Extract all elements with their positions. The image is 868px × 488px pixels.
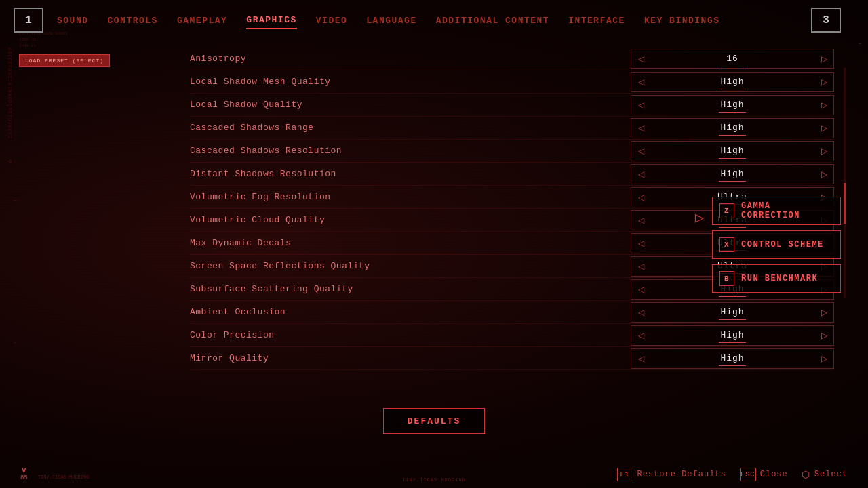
- top-right-corner-text: —: [859, 41, 861, 46]
- select-ctrl[interactable]: ⬡ Select: [802, 469, 848, 481]
- setting-value-2: High: [650, 100, 814, 110]
- setting-label-2: Local Shadow Quality: [190, 100, 631, 110]
- setting-label-8: Max Dynamic Decals: [190, 238, 631, 248]
- setting-row: Ambient Occlusion ◁ High ▷: [190, 301, 834, 324]
- setting-prev-13[interactable]: ◁: [631, 348, 650, 369]
- setting-label-11: Ambient Occlusion: [190, 307, 631, 317]
- left-marker-2: —: [14, 339, 17, 345]
- select-icon: ⬡: [802, 469, 810, 481]
- tab-controls[interactable]: CONTROLS: [108, 13, 158, 28]
- setting-row: Distant Shadows Resolution ◁ High ▷: [190, 163, 834, 186]
- setting-value-4: High: [650, 146, 814, 156]
- scrollbar-thumb[interactable]: [844, 183, 846, 224]
- setting-prev-10[interactable]: ◁: [631, 279, 650, 300]
- setting-row: Mirror Quality ◁ High ▷: [190, 347, 834, 370]
- setting-label-5: Distant Shadows Resolution: [190, 169, 631, 179]
- setting-row: Cascaded Shadows Resolution ◁ High ▷: [190, 140, 834, 163]
- setting-prev-7[interactable]: ◁: [631, 210, 650, 230]
- setting-value-13: High: [650, 353, 814, 363]
- setting-next-0[interactable]: ▷: [814, 49, 833, 69]
- setting-value-11: High: [650, 307, 814, 317]
- setting-prev-5[interactable]: ◁: [631, 164, 650, 184]
- setting-next-4[interactable]: ▷: [814, 141, 833, 161]
- setting-label-1: Local Shadow Mesh Quality: [190, 77, 631, 87]
- key-badge-2: B: [719, 271, 734, 286]
- restore-defaults-label: Restore Defaults: [637, 470, 726, 479]
- setting-prev-2[interactable]: ◁: [631, 95, 650, 115]
- setting-row: Local Shadow Quality ◁ High ▷: [190, 94, 834, 117]
- setting-row: Anisotropy ◁ 16 ▷: [190, 47, 834, 70]
- setting-label-12: Color Precision: [190, 330, 631, 340]
- version-text: TINY.TICAS.MODDING: [38, 474, 90, 481]
- setting-control-0: ◁ 16 ▷: [631, 49, 834, 69]
- setting-prev-12[interactable]: ◁: [631, 325, 650, 346]
- setting-prev-0[interactable]: ◁: [631, 49, 650, 69]
- setting-row: Color Precision ◁ High ▷: [190, 324, 834, 347]
- setting-value-1: High: [650, 77, 814, 87]
- setting-value-12: High: [650, 330, 814, 340]
- tab-gameplay[interactable]: GAMEPLAY: [177, 13, 227, 28]
- panel-btn-gamma-correction[interactable]: Z GAMMA CORRECTION: [712, 197, 841, 225]
- setting-control-4: ◁ High ▷: [631, 141, 834, 161]
- defaults-button[interactable]: DEFAULTS: [383, 408, 485, 434]
- setting-value-0: 16: [650, 54, 814, 64]
- setting-next-2[interactable]: ▷: [814, 95, 833, 115]
- setting-prev-6[interactable]: ◁: [631, 187, 650, 207]
- setting-label-0: Anisotropy: [190, 54, 631, 64]
- setting-prev-3[interactable]: ◁: [631, 118, 650, 138]
- tab-sound[interactable]: SOUND: [57, 13, 89, 28]
- bottom-controls: F1 Restore Defaults ESC Close ⬡ Select: [617, 468, 848, 481]
- panel-btn-run-benchmark[interactable]: B RUN BENCHMARK: [712, 264, 841, 293]
- scrollbar[interactable]: [844, 68, 846, 298]
- setting-prev-9[interactable]: ◁: [631, 256, 650, 277]
- load-preset-button[interactable]: LOAD PRESET (SELECT): [19, 54, 110, 67]
- setting-label-13: Mirror Quality: [190, 353, 631, 363]
- f1-key: F1: [617, 468, 633, 481]
- setting-prev-1[interactable]: ◁: [631, 72, 650, 92]
- left-marker-1: —: [14, 197, 17, 203]
- tab-additional-content[interactable]: ADDITIONAL CONTENT: [436, 13, 549, 28]
- sidebar-marker: ◁: [8, 158, 12, 164]
- close-ctrl[interactable]: ESC Close: [740, 468, 788, 481]
- version-box: V 85: [20, 466, 28, 481]
- setting-label-9: Screen Space Reflections Quality: [190, 261, 631, 271]
- setting-label-3: Cascaded Shadows Range: [190, 123, 631, 133]
- setting-next-5[interactable]: ▷: [814, 164, 833, 184]
- restore-defaults-ctrl[interactable]: F1 Restore Defaults: [617, 468, 726, 481]
- setting-prev-8[interactable]: ◁: [631, 233, 650, 253]
- nav-box-right: 3: [811, 8, 841, 33]
- setting-next-12[interactable]: ▷: [814, 325, 833, 346]
- nav-tabs: SOUND CONTROLS GAMEPLAY GRAPHICS VIDEO L…: [57, 12, 811, 29]
- tab-video[interactable]: VIDEO: [316, 13, 348, 28]
- version-num: 85: [20, 474, 28, 481]
- esc-key: ESC: [740, 468, 756, 481]
- tab-key-bindings[interactable]: KEY BINDINGS: [644, 13, 720, 28]
- nav-bar: 1 SOUND CONTROLS GAMEPLAY GRAPHICS VIDEO…: [0, 0, 868, 41]
- panel-btn-label-1: CONTROL SCHEME: [741, 240, 824, 249]
- setting-next-13[interactable]: ▷: [814, 348, 833, 369]
- version-info: V 85 TINY.TICAS.MODDING: [20, 466, 89, 481]
- setting-prev-4[interactable]: ◁: [631, 141, 650, 161]
- tab-interface[interactable]: INTERFACE: [568, 13, 625, 28]
- setting-next-3[interactable]: ▷: [814, 118, 833, 138]
- close-label: Close: [760, 470, 788, 479]
- setting-prev-11[interactable]: ◁: [631, 302, 650, 323]
- setting-control-1: ◁ High ▷: [631, 72, 834, 92]
- tab-graphics[interactable]: GRAPHICS: [246, 12, 296, 29]
- setting-row: Local Shadow Mesh Quality ◁ High ▷: [190, 70, 834, 94]
- setting-control-13: ◁ High ▷: [631, 348, 834, 369]
- setting-next-11[interactable]: ▷: [814, 302, 833, 323]
- nav-box-left: 1: [14, 8, 43, 33]
- setting-label-10: Subsurface Scattering Quality: [190, 284, 631, 294]
- cursor-arrow: ▷: [695, 209, 704, 227]
- panel-btn-control-scheme[interactable]: X CONTROL SCHEME: [712, 230, 841, 259]
- tab-language[interactable]: LANGUAGE: [366, 13, 416, 28]
- right-panel: Z GAMMA CORRECTION X CONTROL SCHEME B RU…: [712, 197, 841, 293]
- setting-control-12: ◁ High ▷: [631, 325, 834, 346]
- left-sidebar: ABCDEFGHIJKLMNOPQRSTUVWXYZ ◁: [0, 41, 19, 488]
- panel-btn-label-0: GAMMA CORRECTION: [741, 201, 833, 220]
- key-badge-1: X: [719, 237, 734, 252]
- setting-next-1[interactable]: ▷: [814, 72, 833, 92]
- bottom-center-text: TINY.TICAS.MODDING: [402, 477, 466, 483]
- setting-label-7: Volumetric Cloud Quality: [190, 215, 631, 225]
